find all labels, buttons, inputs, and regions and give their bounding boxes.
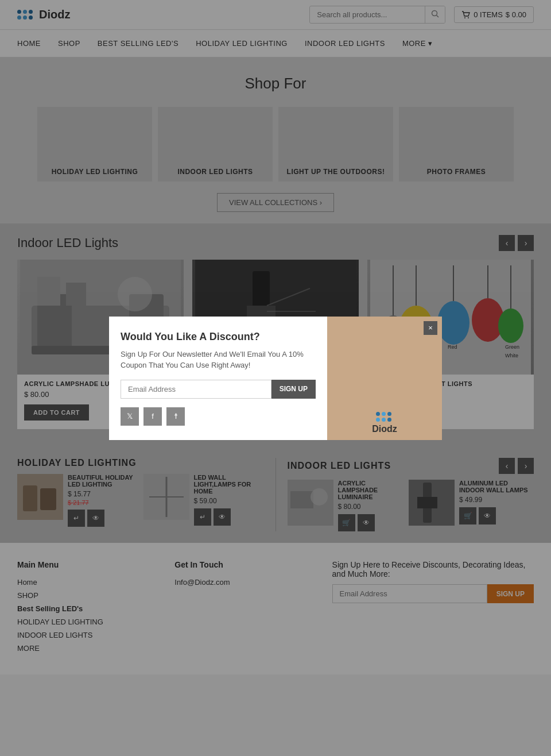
popup-signup-button[interactable]: SIGN UP (271, 380, 316, 399)
discount-overlay[interactable]: Would You Like A Discount? Sign Up For O… (0, 0, 551, 674)
logo-dot (387, 412, 391, 416)
popup-close-button[interactable]: × (424, 321, 437, 335)
popup-email-row: SIGN UP (121, 380, 316, 399)
popup-logo-dots (376, 412, 393, 422)
popup-right: Diodz (327, 317, 442, 440)
popup-logo: Diodz (372, 412, 397, 434)
popup-logo-text: Diodz (372, 424, 397, 434)
popup-desc: Sign Up For Our Newsletter And We'll Ema… (121, 349, 316, 371)
popup-email-input[interactable] (121, 380, 271, 399)
logo-dot (382, 412, 386, 416)
logo-dot (376, 418, 380, 422)
facebook-button[interactable]: f (143, 407, 162, 426)
logo-dot (387, 418, 391, 422)
popup-social: 𝕏 f ☨ (121, 407, 316, 426)
popup-left: Would You Like A Discount? Sign Up For O… (109, 317, 327, 440)
logo-dot (382, 418, 386, 422)
twitter-button[interactable]: 𝕏 (121, 407, 139, 426)
logo-dot (376, 412, 380, 416)
popup-title: Would You Like A Discount? (121, 331, 316, 343)
instagram-button[interactable]: ☨ (166, 407, 185, 426)
discount-popup: Would You Like A Discount? Sign Up For O… (109, 317, 442, 440)
